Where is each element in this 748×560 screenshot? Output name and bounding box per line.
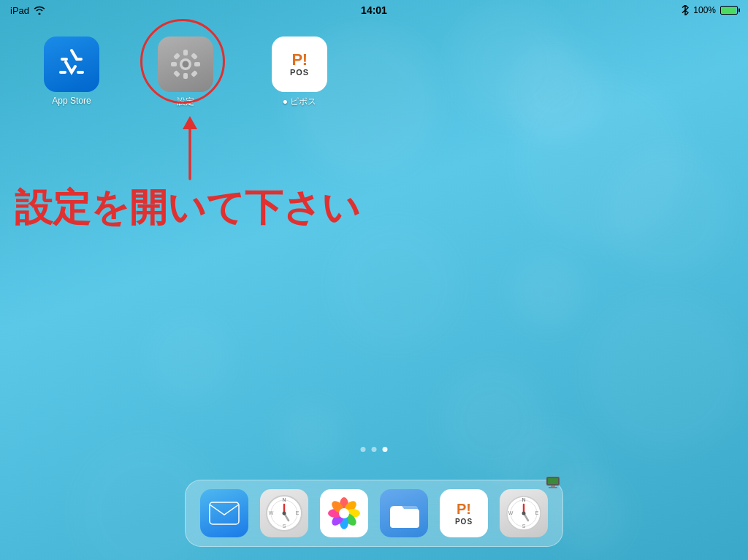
svg-text:E: E <box>296 510 299 515</box>
device-label: iPad <box>10 5 29 16</box>
files-svg <box>387 496 421 531</box>
status-time: 14:01 <box>361 4 387 16</box>
svg-rect-16 <box>210 502 239 524</box>
svg-rect-4 <box>171 62 177 66</box>
svg-point-1 <box>183 61 189 68</box>
settings-label: 設定 <box>177 96 194 108</box>
svg-text:W: W <box>269 510 274 515</box>
app-store-label: App Store <box>52 96 91 106</box>
settings-icon-img <box>158 37 213 92</box>
pipos-icon-img: P! POS <box>272 37 327 92</box>
svg-rect-5 <box>194 62 200 66</box>
svg-text:N: N <box>282 497 286 502</box>
page-dot-2 <box>372 447 377 452</box>
page-dot-3 <box>383 447 388 452</box>
svg-rect-14 <box>551 486 555 487</box>
svg-rect-8 <box>173 70 180 77</box>
svg-point-35 <box>339 508 349 518</box>
pipos-label: ● ピポス <box>283 96 317 108</box>
svg-rect-15 <box>549 487 557 488</box>
battery-percent: 100% <box>693 5 716 15</box>
home-screen-icons: App Store <box>44 37 327 108</box>
svg-text:S: S <box>283 523 286 529</box>
dock-mail-icon[interactable] <box>200 489 248 537</box>
svg-rect-7 <box>191 53 198 60</box>
mail-svg <box>209 502 240 525</box>
dock-files-icon[interactable] <box>380 489 428 537</box>
app-store-icon[interactable]: App Store <box>44 37 99 106</box>
dock-safari-icon[interactable]: N S W E <box>260 489 308 537</box>
safari2-svg: N S W E <box>505 494 543 532</box>
dock: N S W E <box>185 480 563 547</box>
safari-svg: N S W E <box>265 494 303 532</box>
svg-text:N: N <box>522 497 525 502</box>
settings-icon[interactable]: 設定 <box>158 37 213 108</box>
status-bar: iPad 14:01 100% <box>0 0 748 20</box>
monitor-badge-icon <box>545 476 561 489</box>
dock-safari2-icon[interactable]: N S W E <box>500 489 548 537</box>
svg-rect-6 <box>173 53 180 60</box>
svg-point-22 <box>283 512 286 515</box>
svg-rect-13 <box>548 478 558 484</box>
gear-svg <box>167 45 205 83</box>
svg-rect-2 <box>183 50 188 55</box>
photos-svg <box>325 494 363 532</box>
svg-rect-3 <box>183 73 188 79</box>
svg-rect-9 <box>191 70 198 77</box>
svg-point-41 <box>522 512 526 515</box>
page-dot-1 <box>361 447 366 452</box>
pipos-icon[interactable]: P! POS ● ピポス <box>272 37 327 108</box>
appstore-svg <box>53 46 90 83</box>
status-right: 100% <box>682 5 738 15</box>
battery-indicator <box>720 6 738 15</box>
bluetooth-icon <box>682 5 689 15</box>
wifi-icon <box>34 6 45 15</box>
status-left: iPad <box>10 5 45 16</box>
dock-photos-icon[interactable] <box>320 489 368 537</box>
app-store-icon-img <box>44 37 99 92</box>
dock-pipos-icon[interactable]: P! POS <box>440 489 488 537</box>
svg-text:W: W <box>508 510 514 515</box>
svg-text:S: S <box>522 523 526 529</box>
svg-text:E: E <box>535 510 539 515</box>
page-indicator <box>361 447 388 452</box>
